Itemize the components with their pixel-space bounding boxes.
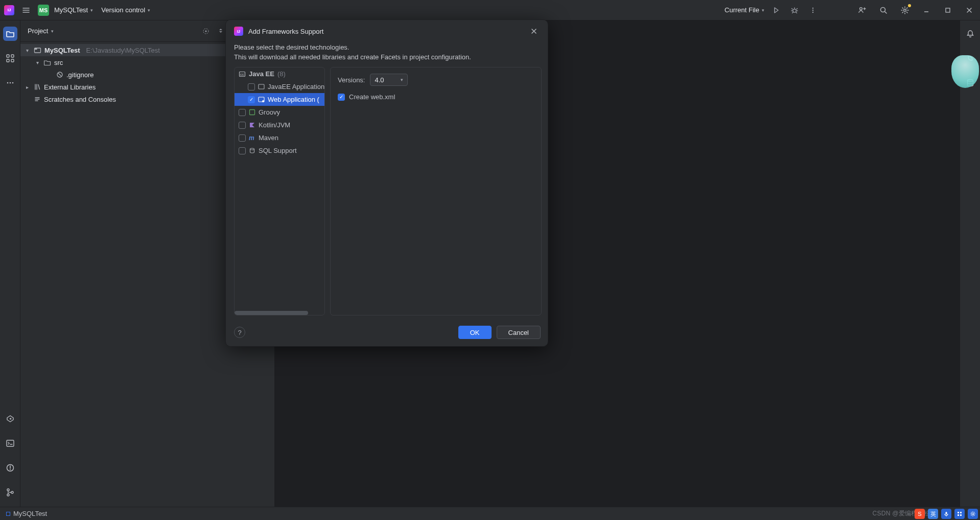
svg-rect-7 [946,8,950,12]
framework-sql-support-label: SQL Support [259,147,297,154]
svg-point-35 [262,100,264,102]
dialog-desc-line2: This will download all needed libraries … [234,52,540,62]
checkbox-unchecked[interactable] [239,134,246,142]
terminal-tool-button[interactable] [3,436,17,450]
ime-lang-icon[interactable]: 英 [928,509,938,519]
code-with-me-icon[interactable] [855,4,869,17]
project-tool-button[interactable] [3,27,17,41]
chevron-down-icon[interactable]: ▾ [24,48,31,53]
chevron-down-icon: ▾ [401,77,403,82]
window-minimize-button[interactable] [920,4,933,17]
checkbox-checked[interactable] [338,94,345,101]
intellij-logo-icon: IJ [234,27,243,36]
expand-all-icon[interactable] [217,27,224,35]
run-button[interactable] [769,4,783,17]
tree-root-name: MySQLTest [44,47,80,54]
framework-web-application[interactable]: Web Application ( [235,93,324,106]
svg-point-19 [7,489,9,491]
scratches-icon [34,96,41,103]
cancel-button[interactable]: Cancel [497,326,541,339]
ime-voice-icon[interactable] [941,509,951,519]
sogou-ime-icon[interactable]: S [915,509,925,519]
problems-tool-button[interactable] [3,461,17,475]
framework-web-application-label: Web Application ( [268,96,319,103]
ok-button[interactable]: OK [458,326,492,339]
main-menu-button[interactable] [19,4,33,17]
project-name-dropdown[interactable]: MySQLTest ▾ [54,6,93,14]
javaee-group-icon: EE [239,71,246,78]
ok-button-label: OK [470,329,480,336]
framework-javaee-application[interactable]: JavaEE Application [235,80,324,93]
dialog-title: Add Frameworks Support [248,28,323,35]
window-maximize-button[interactable] [941,4,954,17]
svg-point-5 [881,7,885,12]
groovy-icon [249,109,255,116]
gitignore-file-icon [56,71,63,78]
tree-external-libraries-label: External Libraries [44,83,96,91]
framework-maven[interactable]: m Maven [235,131,324,144]
svg-rect-9 [11,55,14,57]
frameworks-list[interactable]: EE Java EE (8) JavaEE Application Web Ap… [234,67,325,315]
structure-tool-button[interactable] [3,51,17,65]
chevron-down-icon[interactable]: ▾ [51,29,54,34]
right-tool-rail [960,20,980,507]
framework-javaee-application-label: JavaEE Application [268,83,324,91]
framework-javaee-count: (8) [277,70,286,78]
dialog-close-button[interactable] [528,26,540,37]
svg-point-14 [12,82,13,84]
checkbox-unchecked[interactable] [248,83,255,91]
svg-rect-42 [960,514,962,516]
settings-notification-dot [908,4,911,7]
more-tool-windows-button[interactable] [3,76,17,90]
svg-point-18 [10,469,11,470]
checkbox-unchecked[interactable] [239,122,246,129]
svg-point-23 [205,30,207,32]
tree-scratches-label: Scratches and Consoles [44,96,116,103]
folder-icon [44,59,51,66]
versions-label: Versions: [338,76,365,84]
svg-point-4 [860,7,862,10]
version-select[interactable]: 4.0 ▾ [370,74,408,86]
frameworks-scrollbar[interactable] [235,311,308,315]
notifications-tool-button[interactable] [963,27,977,41]
framework-kotlin[interactable]: Kotlin/JVM [235,119,324,131]
create-webxml-label: Create web.xml [349,93,395,101]
chevron-right-icon[interactable]: ▸ [24,84,31,90]
search-everywhere-icon[interactable] [877,4,890,17]
svg-rect-38 [946,512,947,514]
ime-settings-icon[interactable] [968,509,978,519]
svg-point-43 [972,513,974,515]
framework-maven-label: Maven [259,134,278,142]
intellij-logo-icon[interactable]: IJ [4,5,14,15]
system-tray-overlay: S 英 [915,509,978,519]
version-control-tool-button[interactable] [3,485,17,500]
checkbox-unchecked[interactable] [239,109,246,116]
more-actions-button[interactable] [806,4,820,17]
checkbox-checked[interactable] [248,96,255,103]
svg-rect-28 [35,48,37,50]
svg-rect-39 [958,512,959,513]
run-configuration-dropdown[interactable]: Current File ▾ [725,6,764,14]
checkbox-unchecked[interactable] [239,147,246,154]
framework-groovy[interactable]: Groovy [235,106,324,119]
ime-toolbox-icon[interactable] [954,509,965,519]
help-button[interactable]: ? [234,327,245,338]
services-tool-button[interactable] [3,412,17,426]
create-webxml-option[interactable]: Create web.xml [338,93,534,101]
top-toolbar: IJ MS MySQLTest ▾ Version control ▾ Curr… [0,0,980,20]
project-name-label: MySQLTest [54,6,88,14]
dialog-description: Please select the desired technologies. … [226,42,548,67]
window-close-button[interactable] [963,4,976,17]
add-frameworks-dialog: IJ Add Frameworks Support Please select … [225,19,548,347]
svg-rect-40 [960,512,962,513]
framework-javaee-group[interactable]: EE Java EE (8) [235,67,324,80]
chevron-down-icon[interactable]: ▾ [34,60,41,65]
framework-groovy-label: Groovy [259,108,280,116]
framework-sql-support[interactable]: SQL Support [235,144,324,157]
svg-point-12 [7,82,8,84]
debug-button[interactable] [788,4,801,17]
settings-icon[interactable] [898,4,912,17]
status-project-label[interactable]: MySQLTest [13,510,47,517]
select-opened-file-icon[interactable] [202,27,210,35]
version-control-dropdown[interactable]: Version control ▾ [101,6,150,14]
